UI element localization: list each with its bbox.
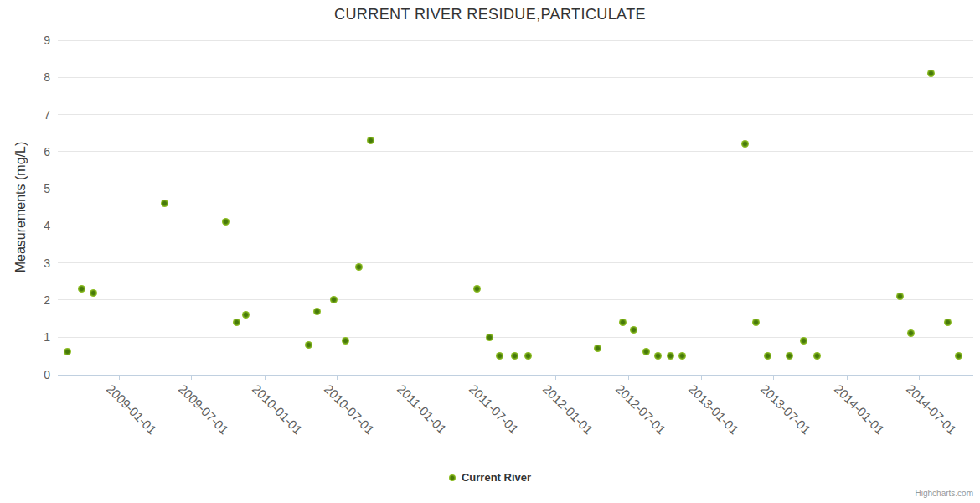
data-point[interactable] — [813, 352, 821, 360]
y-axis-tick-label: 8 — [17, 70, 50, 84]
y-axis-tick-label: 1 — [17, 330, 50, 344]
legend-marker-icon — [449, 474, 456, 481]
x-axis-tick-label: 2010-07-01 — [322, 381, 377, 437]
legend-label: Current River — [462, 471, 531, 484]
legend: Current River — [0, 471, 980, 484]
data-point[interactable] — [667, 352, 674, 360]
x-axis-tick-label: 2013-01-01 — [686, 381, 741, 437]
x-axis-tick — [701, 376, 702, 380]
x-axis-tick — [265, 376, 266, 380]
y-axis-tick-label: 3 — [17, 257, 50, 270]
data-point[interactable] — [313, 308, 321, 315]
data-point[interactable] — [654, 352, 662, 360]
x-axis-line — [58, 375, 973, 376]
y-axis-title: Measurements (mg/L) — [13, 142, 28, 273]
data-point[interactable] — [642, 348, 650, 355]
data-point[interactable] — [330, 296, 338, 303]
data-point[interactable] — [496, 352, 503, 360]
gridline — [58, 262, 973, 263]
data-point[interactable] — [233, 319, 240, 326]
x-axis-tick — [410, 376, 410, 380]
gridline — [58, 151, 973, 152]
data-point[interactable] — [594, 345, 601, 352]
data-point[interactable] — [800, 337, 807, 345]
data-point[interactable] — [786, 352, 793, 360]
data-point[interactable] — [242, 311, 250, 319]
x-axis-tick — [773, 376, 774, 380]
data-point[interactable] — [473, 285, 481, 293]
y-axis-tick-label: 9 — [17, 34, 50, 47]
data-point[interactable] — [944, 319, 952, 326]
data-point[interactable] — [907, 329, 915, 337]
credits-link[interactable]: Highcharts.com — [916, 489, 973, 498]
data-point[interactable] — [511, 352, 518, 360]
x-axis-tick-label: 2009-07-01 — [176, 381, 231, 437]
gridline — [58, 40, 973, 41]
y-axis-tick-label: 5 — [17, 182, 50, 195]
x-axis-tick — [847, 376, 848, 380]
data-point[interactable] — [524, 352, 532, 360]
x-axis-tick — [919, 376, 920, 380]
legend-item-current-river[interactable]: Current River — [449, 471, 531, 484]
gridline — [58, 114, 973, 115]
y-axis-tick-label: 6 — [17, 145, 50, 158]
data-point[interactable] — [64, 348, 71, 355]
data-point[interactable] — [955, 352, 962, 360]
y-axis-tick-label: 2 — [17, 293, 50, 307]
data-point[interactable] — [161, 200, 168, 207]
data-point[interactable] — [752, 319, 760, 326]
data-point[interactable] — [78, 285, 85, 293]
x-axis-tick-label: 2012-07-01 — [613, 381, 668, 437]
x-axis-tick — [191, 376, 192, 380]
data-point[interactable] — [355, 263, 363, 271]
x-axis-tick — [482, 376, 482, 380]
data-point[interactable] — [342, 337, 349, 345]
x-axis-tick — [119, 376, 120, 380]
x-axis-tick-label: 2014-01-01 — [832, 381, 887, 437]
y-axis-tick-label: 7 — [17, 108, 50, 122]
gridline — [58, 189, 973, 189]
data-point[interactable] — [741, 140, 749, 148]
data-point[interactable] — [90, 289, 97, 297]
x-axis-tick-label: 2009-01-01 — [104, 381, 159, 437]
data-point[interactable] — [678, 352, 686, 360]
chart-title: CURRENT RIVER RESIDUE,PARTICULATE — [0, 6, 980, 23]
y-axis-tick-label: 0 — [17, 368, 50, 381]
x-axis-tick-label: 2012-01-01 — [540, 381, 596, 437]
chart-container: CURRENT RIVER RESIDUE,PARTICULATE Measur… — [0, 0, 980, 503]
data-point[interactable] — [764, 352, 771, 360]
x-axis-tick — [337, 376, 338, 380]
x-axis-tick-label: 2011-01-01 — [395, 381, 449, 436]
gridline — [58, 226, 973, 226]
data-point[interactable] — [367, 137, 374, 144]
x-axis-tick-label: 2013-07-01 — [758, 381, 813, 437]
data-point[interactable] — [619, 319, 627, 326]
y-axis-tick-label: 4 — [17, 219, 50, 232]
x-axis-tick — [628, 376, 629, 380]
x-axis-tick-label: 2014-07-01 — [904, 381, 959, 437]
gridline — [58, 77, 973, 78]
gridline — [58, 299, 973, 300]
x-axis-tick-label: 2011-07-01 — [467, 381, 521, 436]
x-axis-tick-label: 2010-01-01 — [250, 381, 305, 437]
x-axis-tick — [555, 376, 556, 380]
gridline — [58, 337, 973, 338]
data-point[interactable] — [305, 341, 312, 349]
data-point[interactable] — [486, 334, 493, 341]
data-point[interactable] — [630, 326, 637, 334]
